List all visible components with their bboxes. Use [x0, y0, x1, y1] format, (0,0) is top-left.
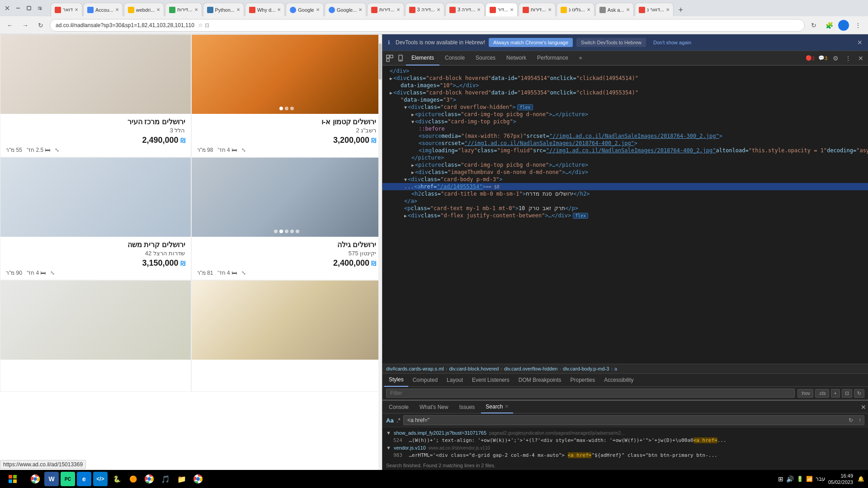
- breadcrumb-0[interactable]: div#cards.cards-wrap.s.ml: [386, 366, 444, 371]
- tab-close-1[interactable]: ✕: [115, 7, 119, 12]
- taskbar-jupyter-app[interactable]: 🟠: [126, 472, 140, 486]
- tab-13[interactable]: גלינו נ... ✕: [557, 3, 594, 16]
- tab-15[interactable]: דואר נ... ✕: [635, 3, 674, 16]
- tab-close-6[interactable]: ✕: [316, 7, 320, 12]
- search-input[interactable]: [404, 416, 846, 425]
- tab-9[interactable]: 3 דירה... ✕: [405, 3, 444, 16]
- tab-12[interactable]: דירות... ✕: [519, 3, 555, 16]
- always-match-language-button[interactable]: Always match Chrome's language: [489, 38, 573, 47]
- refresh-button[interactable]: ↻: [34, 19, 47, 32]
- dom-line-18[interactable]: </a>: [382, 197, 868, 205]
- tab-close-5[interactable]: ✕: [277, 7, 281, 12]
- toggle-classes-button[interactable]: ⊡: [842, 389, 852, 398]
- property-card-2[interactable]: ירושלים קרית משה שדרות הרצל 42 ₪ 3,150,0…: [0, 157, 191, 280]
- taskbar-folder-app[interactable]: 📁: [175, 472, 189, 486]
- tab-2[interactable]: webdri... ✕: [124, 3, 165, 16]
- close-search-tab-button[interactable]: ✕: [505, 404, 509, 409]
- notifications-icon[interactable]: 🔔: [858, 476, 864, 482]
- previous-result-button[interactable]: ↑: [856, 417, 864, 423]
- hov-filter-button[interactable]: :hov: [797, 389, 813, 398]
- settings-button[interactable]: ⚙: [830, 53, 841, 64]
- taskbar-music-app[interactable]: 🎵: [158, 472, 173, 486]
- error-badge[interactable]: 🔴 2: [805, 53, 816, 64]
- tab-close-14[interactable]: ✕: [626, 7, 630, 12]
- issues-bottom-tab[interactable]: Issues: [455, 401, 480, 413]
- add-rule-button[interactable]: +: [831, 389, 840, 398]
- breadcrumb-2[interactable]: div.card.overflow-hidden: [504, 366, 557, 371]
- tab-close-9[interactable]: ✕: [437, 7, 440, 12]
- close-devtools-button[interactable]: ✕: [855, 53, 866, 64]
- clear-search-button[interactable]: ↻: [846, 417, 856, 423]
- more-options-button[interactable]: ⋮: [843, 53, 854, 64]
- new-tab-button[interactable]: +: [675, 4, 687, 16]
- tab-1[interactable]: Accou... ✕: [83, 3, 123, 16]
- console-bottom-tab[interactable]: Console: [384, 401, 413, 413]
- url-bar[interactable]: ad.co.il/nadlansale?sp3=30&sp1=1,82,41,1…: [50, 19, 805, 32]
- battery-icon[interactable]: 🔋: [797, 476, 803, 482]
- dom-line-9[interactable]: <source media= "(max-width: 767px)" srcs…: [382, 132, 868, 140]
- expand-icon-2[interactable]: ⤡: [50, 270, 55, 276]
- property-card-3[interactable]: ירושלים גילה יקינטון 575 ₪ 2,400,000 ⤡ 🛏…: [191, 157, 382, 280]
- search-result-file-0[interactable]: ▼ show_ads.impl_fy2021.js?bust=31071765 …: [386, 429, 864, 436]
- network-icon[interactable]: ⊞: [778, 475, 783, 483]
- property-card-5[interactable]: [191, 280, 382, 392]
- tab-0[interactable]: דואר ✕: [51, 3, 82, 16]
- property-card-0[interactable]: ירושלים מרכז העיר הלל 3 ₪ 2,490,000 ⤡ 🛏 …: [0, 34, 191, 157]
- dont-show-again-link[interactable]: Don't show again: [653, 40, 691, 45]
- start-button[interactable]: [4, 470, 22, 488]
- profile-button[interactable]: 👤: [838, 20, 849, 31]
- dom-line-12[interactable]: </picture>: [382, 154, 868, 161]
- tab-10[interactable]: 3 דירה... ✕: [445, 3, 485, 16]
- property-card-1[interactable]: ירושלים קטמון א-ו רשב"ג 2 ₪ 3,200,000 ⤡ …: [191, 34, 382, 157]
- taskbar-chrome3-app[interactable]: [191, 472, 205, 486]
- volume-icon[interactable]: 🔊: [786, 475, 794, 483]
- search-result-line-1[interactable]: 983 …erHTML='<div class="d-grid gap-2 co…: [386, 451, 864, 459]
- tab-8[interactable]: דירות... ✕: [367, 3, 404, 16]
- taskbar-pycharm-app[interactable]: PC: [61, 472, 75, 486]
- dom-line-10[interactable]: <source srcset= "//img1.ad.co.il/NadlanS…: [382, 140, 868, 147]
- dom-line-4[interactable]: " data-images= "3" >: [382, 96, 868, 103]
- performance-tab[interactable]: Performance: [532, 51, 574, 66]
- taskbar-python-app[interactable]: 🐍: [109, 472, 124, 486]
- dom-line-16[interactable]: ... <a href= "/ad/14955354" > == $0: [382, 183, 868, 190]
- styles-filter-input[interactable]: [386, 389, 795, 398]
- expand-icon-3[interactable]: ⤡: [241, 270, 246, 276]
- tab-4[interactable]: Python... ✕: [203, 3, 244, 16]
- tab-11[interactable]: דיר... ✕: [486, 3, 518, 16]
- properties-panel-tab[interactable]: Properties: [566, 373, 600, 387]
- taskbar-edge-app[interactable]: e: [77, 472, 91, 486]
- whats-new-bottom-tab[interactable]: What's New: [415, 401, 453, 413]
- dom-line-7[interactable]: ▼ <div class= "card-img-top picbg" >: [382, 118, 868, 125]
- refresh-styles-button[interactable]: ↻: [854, 389, 864, 398]
- more-tabs-button[interactable]: [36, 5, 43, 12]
- tab-close-10[interactable]: ✕: [477, 7, 481, 12]
- dom-line-11[interactable]: <img loading= "lazy" class= "img-fluid" …: [382, 147, 868, 154]
- tab-close-7[interactable]: ✕: [359, 7, 362, 12]
- cls-filter-button[interactable]: .cls: [815, 389, 829, 398]
- scrollbar-thumb[interactable]: [379, 43, 382, 80]
- tab-7[interactable]: Google... ✕: [325, 3, 367, 16]
- tab-5[interactable]: Why d... ✕: [245, 3, 285, 16]
- bookmark-icon[interactable]: ☆: [198, 22, 203, 28]
- dom-line-6[interactable]: ▶ <picture class= "card-img-top picbg d-…: [382, 111, 868, 118]
- search-result-line-0[interactable]: 524 …(W(h))+'; text-align: '+ow(W(k))+';…: [386, 436, 864, 444]
- reload-button[interactable]: ↻: [807, 19, 820, 32]
- tab-close-15[interactable]: ✕: [666, 7, 670, 12]
- minimize-window-button[interactable]: [14, 5, 22, 12]
- forward-button[interactable]: →: [19, 19, 32, 32]
- tab-close-0[interactable]: ✕: [75, 7, 78, 12]
- tab-close-4[interactable]: ✕: [236, 7, 240, 12]
- maximize-window-button[interactable]: [25, 5, 33, 12]
- breadcrumb-3[interactable]: div.card-body.p-md-3: [563, 366, 609, 371]
- close-language-bar-button[interactable]: ✕: [857, 39, 863, 46]
- tab-close-13[interactable]: ✕: [587, 7, 590, 12]
- event-listeners-panel-tab[interactable]: Event Listeners: [467, 373, 514, 387]
- tab-6[interactable]: Google ✕: [286, 3, 323, 16]
- wifi-icon[interactable]: 📶: [806, 476, 813, 482]
- tab-3[interactable]: דירות... ✕: [165, 3, 202, 16]
- sources-tab[interactable]: Sources: [470, 51, 501, 66]
- more-tools-tab[interactable]: »: [574, 51, 588, 66]
- taskbar-windows-app[interactable]: ⊞: [207, 472, 222, 486]
- expand-icon-0[interactable]: ⤡: [55, 147, 59, 153]
- dom-line-14[interactable]: ▶ <div class= "imageThumbnav d-sm-none d…: [382, 169, 868, 176]
